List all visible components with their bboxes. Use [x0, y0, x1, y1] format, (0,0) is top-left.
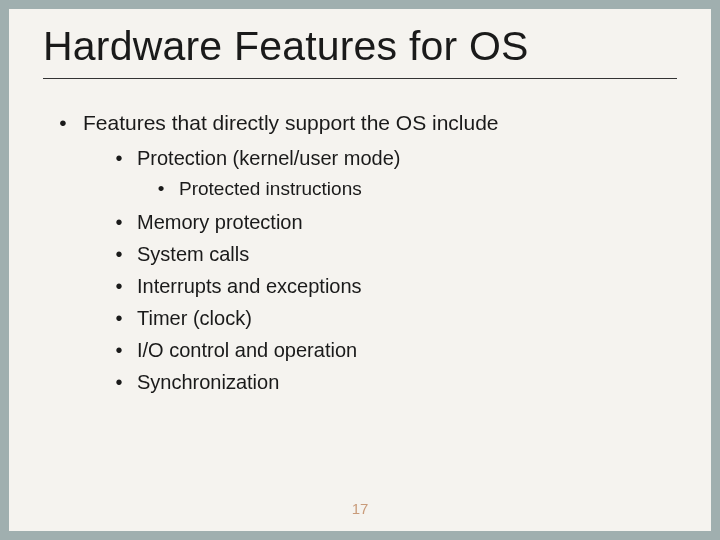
slide: Hardware Features for OS • Features that… [9, 9, 711, 531]
bullet-icon: • [101, 207, 137, 237]
bullet-text: Protection (kernel/user mode) [137, 143, 677, 173]
page-number: 17 [9, 500, 711, 517]
bullet-text: Synchronization [137, 367, 677, 397]
bullet-level-1: • Protection (kernel/user mode) [101, 143, 677, 173]
bullet-icon: • [101, 239, 137, 269]
bullet-icon: • [143, 175, 179, 204]
bullet-level-1: • Memory protection [101, 207, 677, 237]
bullet-text: Protected instructions [179, 175, 677, 204]
divider [43, 78, 677, 79]
bullet-level-2: • Protected instructions [143, 175, 677, 204]
bullet-text: Interrupts and exceptions [137, 271, 677, 301]
bullet-level-1: • Synchronization [101, 367, 677, 397]
bullet-level-1: • System calls [101, 239, 677, 269]
bullet-level-1: • Timer (clock) [101, 303, 677, 333]
bullet-text: I/O control and operation [137, 335, 677, 365]
bullet-text: Features that directly support the OS in… [83, 107, 677, 139]
bullet-icon: • [101, 303, 137, 333]
bullet-level-0: • Features that directly support the OS … [43, 107, 677, 139]
bullet-icon: • [43, 107, 83, 139]
bullet-text: Timer (clock) [137, 303, 677, 333]
bullet-level-1: • Interrupts and exceptions [101, 271, 677, 301]
slide-content: • Features that directly support the OS … [43, 107, 677, 397]
bullet-text: Memory protection [137, 207, 677, 237]
bullet-text: System calls [137, 239, 677, 269]
bullet-icon: • [101, 271, 137, 301]
bullet-level-1: • I/O control and operation [101, 335, 677, 365]
bullet-icon: • [101, 335, 137, 365]
bullet-icon: • [101, 367, 137, 397]
slide-title: Hardware Features for OS [43, 23, 677, 70]
bullet-icon: • [101, 143, 137, 173]
